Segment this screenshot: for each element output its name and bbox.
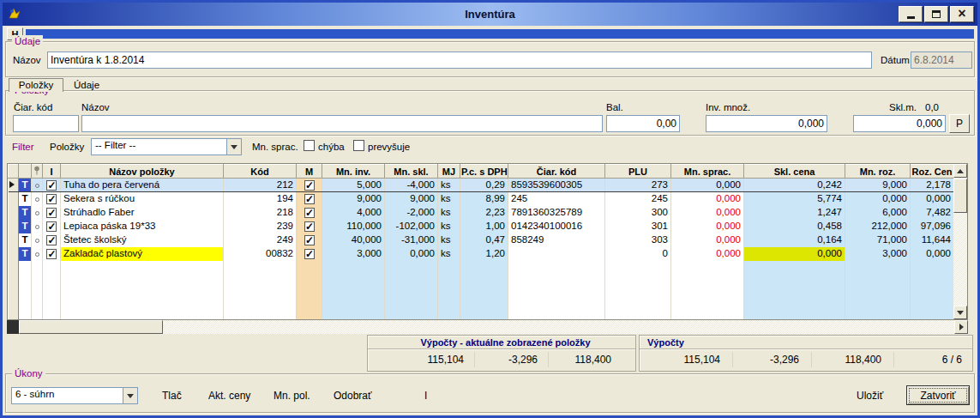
chyba-checkbox[interactable]	[304, 140, 315, 151]
close-button[interactable]	[950, 6, 974, 22]
cell-type[interactable]: T	[19, 233, 32, 247]
cell-dot[interactable]	[32, 192, 43, 206]
cell-kod[interactable]: 218	[224, 206, 297, 220]
cell-m[interactable]	[297, 233, 322, 247]
akt-ceny-button[interactable]: Akt. ceny	[208, 390, 250, 402]
filter-dropdown[interactable]: -- Filter --	[91, 138, 242, 155]
cell-ciar-kod[interactable]: 8593539600305	[508, 179, 605, 192]
cell-m[interactable]	[297, 206, 322, 220]
row-checkbox[interactable]	[46, 194, 57, 204]
cell-kod[interactable]: 212	[224, 179, 297, 192]
cell-i[interactable]	[43, 179, 61, 192]
cell-i[interactable]	[43, 233, 61, 247]
cell-roz-cen[interactable]: 97,096	[911, 220, 954, 233]
cell-type[interactable]: T	[19, 206, 32, 220]
cell-roz-cen[interactable]: 11,644	[911, 233, 954, 247]
cell-kod[interactable]: 194	[224, 192, 297, 206]
cell-mn-inv[interactable]: 40,000	[322, 233, 385, 247]
tab-polozky[interactable]: Položky	[9, 78, 63, 92]
table-row[interactable]: T Štetec školský 249 40,000 -31,000 ks 0…	[9, 233, 954, 247]
cell-mn-skl[interactable]: -4,000	[385, 179, 438, 192]
summary-dropdown[interactable]: 6 - súhrn	[11, 387, 138, 404]
header-i[interactable]: I	[43, 165, 61, 179]
cell-type[interactable]: T	[19, 220, 32, 233]
scroll-right-button[interactable]	[954, 320, 968, 334]
cell-i[interactable]	[43, 206, 61, 220]
row-checkbox[interactable]	[46, 249, 57, 259]
cell-mn-roz[interactable]: 6,000	[845, 206, 911, 220]
row-checkbox[interactable]	[46, 180, 57, 191]
header-mn-skl[interactable]: Mn. skl.	[385, 165, 438, 179]
cell-nazov[interactable]: Sekera s rúčkou	[61, 192, 224, 206]
cell-plu[interactable]: 301	[605, 220, 671, 233]
cell-skl-cena[interactable]: 5,774	[744, 192, 845, 206]
row-checkbox[interactable]	[46, 208, 57, 218]
vertical-scrollbar[interactable]	[953, 164, 967, 319]
ulozit-button[interactable]: Uložiť	[857, 390, 883, 402]
cell-nazov[interactable]: Lepiaca páska 19*33	[61, 220, 224, 233]
zatvorit-button[interactable]: Zatvoriť	[906, 385, 970, 405]
prevysuje-checkbox[interactable]	[353, 140, 364, 151]
cell-mn-inv[interactable]: 5,000	[322, 179, 385, 192]
cell-plu[interactable]: 0	[605, 247, 671, 261]
cell-type[interactable]: T	[19, 179, 32, 192]
cell-m[interactable]	[297, 179, 322, 192]
cell-mn-inv[interactable]: 4,000	[322, 206, 385, 220]
cell-mn-sprac[interactable]: 0,000	[671, 233, 744, 247]
cell-mn-skl[interactable]: -102,000	[385, 220, 438, 233]
header-m[interactable]: M	[297, 165, 322, 179]
cell-skl-cena[interactable]: 0,164	[744, 233, 845, 247]
table-row[interactable]: T Zakladač plastový 00832 3,000 0,000 ks…	[9, 247, 954, 261]
cell-pc-dph[interactable]: 8,99	[460, 192, 508, 206]
cell-pc-dph[interactable]: 0,29	[460, 179, 508, 192]
cell-kod[interactable]: 239	[224, 220, 297, 233]
cell-nazov[interactable]: Strúhadlo Faber	[61, 206, 224, 220]
header-ciar-kod[interactable]: Čiar. kód	[508, 165, 605, 179]
cell-dot[interactable]	[32, 220, 43, 233]
cell-ciar-kod[interactable]: 858249	[508, 233, 605, 247]
cell-plu[interactable]: 300	[605, 206, 671, 220]
m-checkbox[interactable]	[304, 235, 315, 245]
cell-mn-inv[interactable]: 110,000	[322, 220, 385, 233]
cell-plu[interactable]: 273	[605, 179, 671, 192]
scroll-up-button[interactable]	[953, 164, 967, 178]
header-pc-dph[interactable]: P.c. s DPH	[460, 165, 508, 179]
cell-i[interactable]	[43, 220, 61, 233]
cell-ciar-kod[interactable]: 245	[508, 192, 605, 206]
cell-pc-dph[interactable]: 1,00	[460, 220, 508, 233]
cell-dot[interactable]	[32, 206, 43, 220]
cell-kod[interactable]: 249	[224, 233, 297, 247]
cell-ciar-kod[interactable]	[508, 247, 605, 261]
polozka-nazov-input[interactable]	[81, 115, 603, 132]
maximize-button[interactable]	[924, 6, 948, 22]
cell-mn-roz[interactable]: 71,000	[845, 233, 911, 247]
skl-mnoz-field[interactable]	[853, 115, 946, 132]
cell-mn-sprac[interactable]: 0,000	[671, 247, 744, 261]
vertical-scrollbar-thumb[interactable]	[953, 179, 967, 213]
table-row[interactable]: T Strúhadlo Faber 218 4,000 -2,000 ks 2,…	[9, 206, 954, 220]
cell-skl-cena[interactable]: 0,458	[744, 220, 845, 233]
cell-nazov[interactable]: Zakladač plastový	[61, 247, 224, 261]
cell-mn-roz[interactable]: 3,000	[845, 247, 911, 261]
cell-mn-inv[interactable]: 9,000	[322, 192, 385, 206]
cell-type[interactable]: T	[19, 192, 32, 206]
cell-mj[interactable]: ks	[438, 233, 460, 247]
cell-roz-cen[interactable]: 0,000	[911, 247, 954, 261]
cell-ciar-kod[interactable]: 7891360325789	[508, 206, 605, 220]
titlebar[interactable]: Inventúra	[3, 3, 977, 26]
chevron-down-icon[interactable]	[226, 139, 241, 154]
chevron-down-icon[interactable]	[123, 388, 137, 403]
ciar-kod-input[interactable]	[13, 115, 79, 132]
cell-mj[interactable]: ks	[438, 247, 460, 261]
tab-udaje[interactable]: Údaje	[74, 80, 99, 90]
header-mn-sprac[interactable]: Mn. sprac.	[671, 165, 744, 179]
table-row[interactable]: T Lepiaca páska 19*33 239 110,000 -102,0…	[9, 220, 954, 233]
cell-skl-cena[interactable]: 1,247	[744, 206, 845, 220]
cell-dot[interactable]	[32, 179, 43, 192]
nazov-input[interactable]	[47, 51, 872, 69]
cell-mn-skl[interactable]: -31,000	[385, 233, 438, 247]
mn-pol-button[interactable]: Mn. pol.	[274, 390, 310, 402]
cell-plu[interactable]: 303	[605, 233, 671, 247]
cell-mj[interactable]: ks	[438, 206, 460, 220]
cell-mn-roz[interactable]: 0,000	[845, 192, 911, 206]
